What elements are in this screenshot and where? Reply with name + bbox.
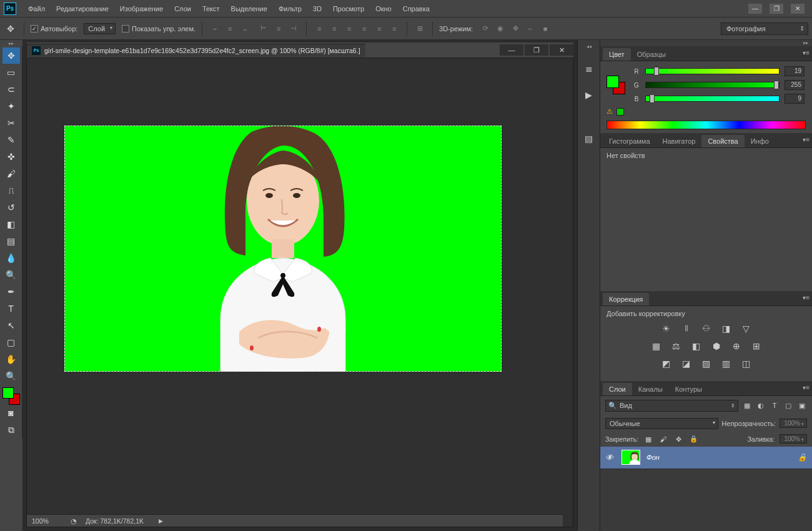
layers-panel-menu-icon[interactable]: ▾≡: [803, 384, 810, 391]
status-play-icon[interactable]: ▶: [159, 518, 163, 524]
show-transform-checkbox[interactable]: Показать упр. элем.: [122, 25, 196, 32]
doc-restore-button[interactable]: ❐: [525, 44, 548, 56]
g-slider[interactable]: [645, 82, 780, 88]
menu-text[interactable]: Текст: [197, 2, 225, 15]
window-close-button[interactable]: ✕: [791, 4, 805, 14]
threshold-icon[interactable]: ▨: [700, 357, 713, 370]
lasso-tool[interactable]: ⊂: [2, 81, 20, 97]
b-slider[interactable]: [645, 96, 780, 102]
tab-channels[interactable]: Каналы: [632, 383, 669, 395]
blend-mode-select[interactable]: Обычные: [605, 418, 718, 429]
strip-collapse-icon[interactable]: ◂◂: [587, 44, 592, 50]
eraser-tool[interactable]: ◧: [2, 216, 20, 232]
levels-icon[interactable]: ⫴: [680, 322, 693, 335]
align-top-icon[interactable]: ⫟: [209, 22, 221, 35]
gradient-map-icon[interactable]: ▥: [720, 357, 733, 370]
text-tool[interactable]: T: [2, 300, 20, 317]
curves-icon[interactable]: ⦵: [700, 322, 713, 335]
selective-color-icon[interactable]: ◫: [740, 357, 753, 370]
gradient-tool[interactable]: ▤: [2, 233, 20, 249]
auto-select-target-select[interactable]: Слой: [84, 23, 116, 34]
workspace-select[interactable]: Фотография: [721, 22, 808, 35]
distribute-bottom-icon[interactable]: ≡: [343, 22, 355, 35]
layer-locked-icon[interactable]: 🔒: [798, 453, 807, 462]
actions-panel-icon[interactable]: ▶: [582, 87, 597, 102]
distribute-right-icon[interactable]: ≡: [388, 22, 400, 35]
doc-close-button[interactable]: ✕: [550, 44, 573, 56]
lock-transparency-icon[interactable]: ▦: [643, 434, 653, 444]
auto-select-checkbox[interactable]: ✓ Автовыбор:: [31, 25, 77, 32]
photo-filter-icon[interactable]: ⬢: [710, 340, 723, 352]
3d-slide-icon[interactable]: ↔: [524, 22, 537, 35]
toolbox-expand-icon[interactable]: ▸▸: [0, 40, 22, 46]
path-select-tool[interactable]: ↖: [2, 317, 20, 334]
tab-swatches[interactable]: Образцы: [631, 48, 672, 61]
menu-view[interactable]: Просмотр: [327, 2, 370, 15]
marquee-tool[interactable]: ▭: [2, 64, 20, 81]
menu-file[interactable]: Файл: [22, 2, 51, 15]
g-value[interactable]: 255: [785, 80, 805, 90]
crop-tool[interactable]: ✂: [2, 115, 20, 131]
pen-tool[interactable]: ✒: [2, 284, 20, 300]
tab-properties[interactable]: Свойства: [701, 135, 744, 147]
align-left-icon[interactable]: ⊢: [257, 22, 270, 35]
clone-stamp-tool[interactable]: ⎍: [2, 182, 20, 199]
tab-color[interactable]: Цвет: [603, 48, 631, 61]
zoom-tool[interactable]: 🔍: [2, 368, 20, 384]
tab-paths[interactable]: Контуры: [669, 383, 708, 395]
exposure-icon[interactable]: ◨: [720, 322, 733, 335]
menu-3d[interactable]: 3D: [307, 2, 327, 15]
history-brush-tool[interactable]: ↺: [2, 199, 20, 216]
gamut-swatch[interactable]: [616, 108, 624, 116]
blur-tool[interactable]: 💧: [2, 250, 20, 266]
filter-adjustment-icon[interactable]: ◐: [756, 400, 766, 410]
color-panel-swatches[interactable]: [607, 76, 625, 94]
channel-mixer-icon[interactable]: ⊕: [730, 340, 743, 352]
align-hcenter-icon[interactable]: ≡: [272, 22, 285, 35]
3d-pan-icon[interactable]: ✥: [509, 22, 522, 35]
eyedropper-tool[interactable]: ✎: [2, 132, 20, 148]
color-swatches[interactable]: [2, 387, 20, 405]
color-panel-menu-icon[interactable]: ▾≡: [803, 49, 810, 56]
dodge-tool[interactable]: 🔍: [2, 267, 20, 283]
color-lookup-icon[interactable]: ⊞: [750, 340, 763, 352]
align-right-icon[interactable]: ⊣: [287, 22, 300, 35]
opacity-input[interactable]: 100%: [780, 419, 807, 428]
black-white-icon[interactable]: ◧: [690, 340, 703, 352]
r-value[interactable]: 19: [785, 66, 805, 76]
menu-edit[interactable]: Редактирование: [51, 2, 114, 15]
panels-collapse-icon[interactable]: ▸▸: [600, 40, 812, 46]
invert-icon[interactable]: ◩: [660, 357, 673, 370]
lock-pixels-icon[interactable]: 🖌: [658, 434, 668, 444]
distribute-top-icon[interactable]: ≡: [313, 22, 325, 35]
quick-mask-tool[interactable]: ◙: [2, 405, 20, 421]
properties-panel-menu-icon[interactable]: ▾≡: [803, 136, 810, 143]
paragraph-panel-icon[interactable]: ▤: [582, 131, 597, 146]
lock-position-icon[interactable]: ✥: [673, 434, 683, 444]
color-balance-icon[interactable]: ⚖: [670, 340, 683, 352]
doc-minimize-button[interactable]: —: [500, 44, 523, 56]
brush-tool[interactable]: 🖌: [2, 166, 20, 182]
hand-tool[interactable]: ✋: [2, 351, 20, 367]
layer-name[interactable]: Фон: [646, 454, 660, 461]
tab-navigator[interactable]: Навигатор: [656, 135, 702, 147]
zoom-value[interactable]: 100%: [32, 517, 62, 525]
brightness-contrast-icon[interactable]: ☀: [660, 322, 673, 335]
filter-shape-icon[interactable]: ▢: [783, 400, 793, 410]
healing-brush-tool[interactable]: ✜: [2, 149, 20, 165]
layer-thumbnail[interactable]: [621, 450, 640, 465]
r-slider[interactable]: [645, 68, 780, 74]
lock-all-icon[interactable]: 🔒: [688, 434, 698, 444]
fill-input[interactable]: 100%: [780, 434, 807, 444]
posterize-icon[interactable]: ◪: [680, 357, 693, 370]
move-tool[interactable]: ✥: [2, 47, 20, 64]
tab-corrections[interactable]: Коррекция: [603, 293, 649, 305]
canvas[interactable]: [64, 126, 502, 372]
screen-mode-tool[interactable]: ⧉: [2, 422, 20, 438]
corrections-panel-menu-icon[interactable]: ▾≡: [803, 294, 810, 301]
color-spectrum[interactable]: [607, 121, 806, 129]
layer-visibility-icon[interactable]: 👁: [605, 453, 615, 462]
align-bottom-icon[interactable]: ⫠: [239, 22, 251, 35]
foreground-swatch[interactable]: [2, 387, 14, 399]
history-panel-icon[interactable]: ≣: [582, 61, 597, 76]
